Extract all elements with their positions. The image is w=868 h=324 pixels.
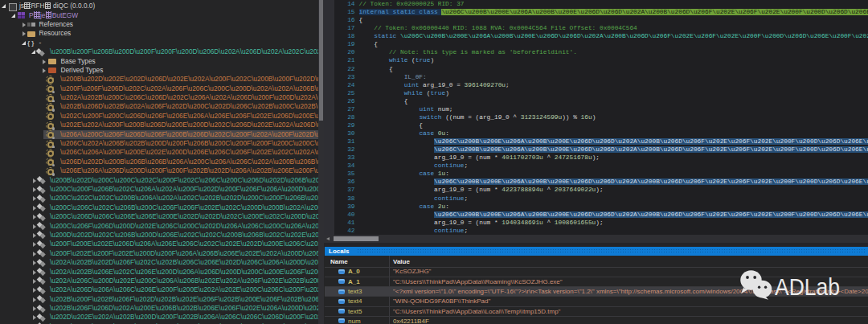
svg-text:ADLab: ADLab [775, 274, 840, 300]
